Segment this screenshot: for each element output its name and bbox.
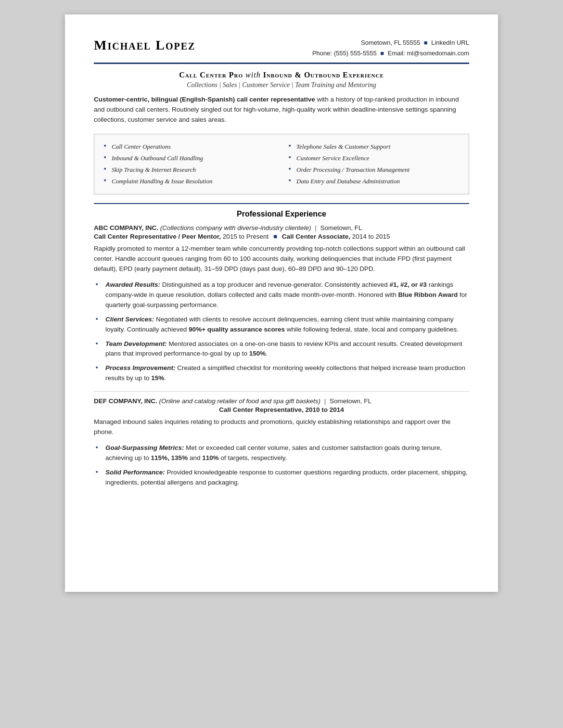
title-sep: ■ — [273, 233, 279, 240]
phone-label: Phone: — [312, 50, 332, 57]
bullet-list-abc: Awarded Results: Distinguished as a top … — [94, 280, 469, 383]
title-section: Call Center Pro with Inbound & Outbound … — [94, 71, 469, 89]
phone: (555) 555-5555 — [334, 50, 377, 57]
resume-page: Michael Lopez Sometown, FL 55555 ■ Linke… — [65, 14, 498, 592]
email: ml@somedomain.com — [407, 50, 469, 57]
experience-heading: Professional Experience — [94, 210, 469, 218]
skills-columns: Call Center Operations Inbound & Outboun… — [104, 141, 459, 187]
job-title-def-center: Call Center Representative, 2010 to 2014 — [94, 406, 469, 413]
bullet-label: Client Services: — [105, 316, 154, 323]
title2: Call Center Associate, — [282, 233, 350, 240]
phone-email: Phone: (555) 555-5555 ■ Email: ml@somedo… — [312, 48, 469, 59]
location: Sometown, FL 55555 — [361, 39, 420, 46]
company-name-def: DEF COMPANY, INC. (Online and catalog re… — [94, 397, 469, 405]
bullet-process: Process Improvement: Created a simplifie… — [96, 363, 469, 383]
bullet-goal: Goal-Surpassing Metrics: Met or exceeded… — [96, 443, 469, 463]
main-title: Call Center Pro with Inbound & Outbound … — [94, 71, 469, 79]
title-centered: Call Center Representative, — [219, 406, 304, 413]
company-desc: (Online and catalog retailer of food and… — [159, 397, 320, 405]
company-desc: (Collections company with diverse-indust… — [160, 224, 311, 231]
bullet-label: Solid Performance: — [105, 469, 165, 476]
job-desc-def: Managed inbound sales inquiries relating… — [94, 417, 469, 437]
skill-item: Skip Tracing & Internet Research — [104, 164, 274, 176]
years2: 2014 to 2015 — [352, 233, 390, 240]
bullet-label: Team Development: — [105, 340, 167, 347]
location-linkedin: Sometown, FL 55555 ■ LinkedIn URL — [312, 38, 469, 48]
summary-bold: Customer-centric, bilingual (English-Spa… — [94, 96, 315, 103]
job-title-abc: Call Center Representative / Peer Mentor… — [94, 233, 469, 240]
location-sep: | — [324, 397, 328, 405]
location-sep: | — [315, 224, 318, 231]
email-label: Email: — [388, 50, 405, 57]
section-divider-experience — [94, 203, 469, 204]
title-main2: Inbound & Outbound Experience — [263, 71, 384, 79]
skill-item: Complaint Handling & Issue Resolution — [104, 176, 274, 187]
job-desc-abc: Rapidly promoted to mentor a 12-member t… — [94, 244, 469, 274]
candidate-name: Michael Lopez — [94, 38, 312, 53]
experience-def: DEF COMPANY, INC. (Online and catalog re… — [94, 397, 469, 488]
skill-item: Inbound & Outbound Call Handling — [104, 153, 274, 164]
header-divider — [94, 63, 469, 64]
bullet-solid: Solid Performance: Provided knowledgeabl… — [96, 468, 469, 488]
title1: Call Center Representative / Peer Mentor… — [94, 233, 221, 240]
bullet-awarded: Awarded Results: Distinguished as a top … — [96, 280, 469, 310]
name-block: Michael Lopez — [94, 38, 312, 53]
title-connector: with — [245, 71, 263, 79]
bullet-label: Process Improvement: — [105, 364, 176, 371]
company-location: Sometown, FL — [320, 224, 362, 231]
summary: Customer-centric, bilingual (English-Spa… — [94, 95, 469, 125]
contact-block: Sometown, FL 55555 ■ LinkedIn URL Phone:… — [312, 38, 469, 59]
company-name: ABC COMPANY, INC. — [94, 224, 158, 231]
skills-col-left: Call Center Operations Inbound & Outboun… — [104, 141, 274, 187]
company-location: Sometown, FL — [330, 397, 371, 405]
skill-item: Data Entry and Database Administration — [289, 176, 459, 187]
years1: 2015 to Present — [223, 233, 269, 240]
bullet-client: Client Services: Negotiated with clients… — [96, 315, 469, 335]
bullet-list-def: Goal-Surpassing Metrics: Met or exceeded… — [94, 443, 469, 488]
skill-item: Customer Service Excellence — [289, 153, 459, 164]
experience-abc: ABC COMPANY, INC. (Collections company w… — [94, 224, 469, 383]
skill-item: Order Processing / Transaction Managemen… — [289, 164, 459, 176]
years-centered: 2010 to 2014 — [306, 406, 344, 413]
skill-item: Telephone Sales & Customer Support — [289, 141, 459, 153]
company-separator — [94, 391, 469, 392]
header: Michael Lopez Sometown, FL 55555 ■ Linke… — [94, 38, 469, 59]
bullet-label: Awarded Results: — [105, 281, 160, 288]
sep2: ■ — [380, 50, 384, 57]
skill-item: Call Center Operations — [104, 141, 274, 153]
company-name-abc: ABC COMPANY, INC. (Collections company w… — [94, 224, 469, 231]
skills-box: Call Center Operations Inbound & Outboun… — [94, 134, 469, 194]
sep1: ■ — [424, 39, 428, 46]
bullet-label: Goal-Surpassing Metrics: — [105, 444, 184, 451]
skills-col-right: Telephone Sales & Customer Support Custo… — [289, 141, 459, 187]
subtitle: Collections | Sales | Customer Service |… — [94, 81, 469, 89]
title-main: Call Center Pro — [179, 71, 243, 79]
bullet-team: Team Development: Mentored associates on… — [96, 339, 469, 359]
company-name: DEF COMPANY, INC. — [94, 397, 157, 405]
linkedin: LinkedIn URL — [431, 39, 469, 46]
